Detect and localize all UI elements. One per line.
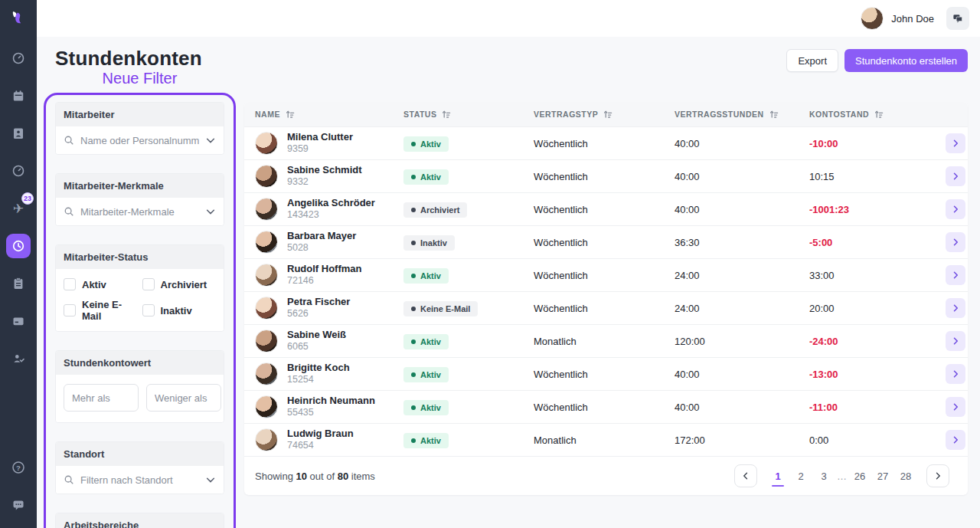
checkbox-inaktiv[interactable]: Inaktiv — [142, 299, 217, 322]
payroll-card-icon[interactable] — [6, 309, 31, 333]
status-label: Aktiv — [420, 172, 441, 182]
filter-section-status: Mitarbeiter-Status Aktiv Archiviert Kein… — [55, 244, 224, 332]
employee-name: Heinrich Neumann — [287, 395, 375, 407]
feedback-chat-icon[interactable] — [6, 493, 31, 517]
page-button-2[interactable]: 2 — [789, 464, 812, 487]
table-row[interactable]: Rudolf Hoffman72146AktivWöchentlich24:00… — [244, 259, 968, 292]
status-cell: Inaktiv — [403, 234, 534, 251]
row-detail-button[interactable] — [946, 199, 965, 219]
employee-id: 9332 — [287, 176, 362, 189]
employee-name-wrap: Rudolf Hoffman72146 — [287, 263, 361, 287]
mehr-als-input[interactable] — [64, 384, 139, 412]
help-icon[interactable]: ? — [6, 455, 31, 480]
row-actions — [946, 331, 965, 351]
employee-cell: Angelika Schröder143423 — [255, 197, 403, 221]
table-row[interactable]: Heinrich Neumann55435AktivWöchentlich40:… — [244, 391, 968, 424]
sort-icon[interactable] — [874, 110, 884, 119]
mitarbeiter-search-input[interactable]: Name oder Personalnummer — [56, 126, 224, 154]
chevron-right-icon — [933, 471, 942, 480]
checkbox-box[interactable] — [64, 304, 76, 316]
messages-button[interactable] — [946, 7, 969, 30]
user-check-icon[interactable] — [6, 346, 31, 371]
next-page-button[interactable] — [926, 464, 949, 487]
calendar-icon[interactable] — [6, 84, 31, 108]
row-detail-button[interactable] — [946, 232, 965, 252]
vertragstyp-cell: Wöchentlich — [534, 402, 675, 413]
checkbox-box[interactable] — [142, 304, 155, 316]
table-row[interactable]: Milena Clutter9359AktivWöchentlich40:00-… — [244, 127, 968, 160]
filter-section-stundenkontowert: Stundenkontowert — [55, 350, 224, 423]
page-button-28[interactable]: 28 — [894, 464, 917, 487]
user-avatar[interactable] — [861, 7, 884, 30]
table-row[interactable]: Ludwig Braun74654AktivMonatlich172:000:0… — [244, 424, 968, 457]
table-row[interactable]: Sabine Schmidt9332AktivWöchentlich40:001… — [244, 160, 968, 193]
sort-icon[interactable] — [769, 110, 779, 119]
page-title: Stundenkonten — [55, 47, 202, 71]
employee-badge-icon[interactable] — [6, 121, 31, 146]
sort-icon[interactable] — [286, 110, 295, 119]
status-cell: Archiviert — [403, 202, 534, 218]
time-gauge-icon[interactable] — [6, 159, 31, 183]
employee-id: 74654 — [287, 440, 354, 452]
absence-count-badge: 23 — [21, 192, 34, 205]
status-dot — [411, 142, 416, 146]
status-dot — [411, 339, 416, 344]
checkbox-box[interactable] — [64, 278, 76, 290]
page-button-27[interactable]: 27 — [871, 464, 894, 487]
export-button[interactable]: Export — [786, 49, 838, 72]
checkbox-aktiv[interactable]: Aktiv — [64, 278, 138, 290]
merkmale-search-input[interactable]: Mitarbeiter-Merkmale — [56, 198, 224, 225]
status-badge: Aktiv — [403, 268, 449, 284]
status-badge: Inaktiv — [403, 235, 455, 251]
chevron-down-icon — [205, 206, 216, 217]
kontostand-cell: 0:00 — [809, 435, 946, 446]
page-button-26[interactable]: 26 — [848, 464, 871, 487]
table-row[interactable]: Sabine Weiß6065AktivMonatlich120:00-24:0… — [244, 325, 968, 358]
employee-id: 55435 — [287, 407, 375, 419]
table-row[interactable]: Angelika Schröder143423ArchiviertWöchent… — [244, 193, 968, 226]
page-button-3[interactable]: 3 — [812, 464, 835, 487]
row-detail-button[interactable] — [946, 166, 965, 186]
create-stundenkonto-button[interactable]: Stundenkonto erstellen — [844, 49, 968, 72]
row-detail-button[interactable] — [946, 430, 965, 450]
row-detail-button[interactable] — [946, 265, 965, 285]
employee-name: Sabine Weiß — [287, 329, 346, 341]
checkbox-archiviert[interactable]: Archiviert — [142, 278, 217, 290]
sort-icon[interactable] — [603, 110, 612, 119]
employee-cell: Barbara Mayer5028 — [255, 230, 403, 254]
employee-name: Sabine Schmidt — [287, 164, 362, 176]
main-content: Stundenkonten Export Stundenkonto erstel… — [37, 37, 980, 528]
table-row[interactable]: Barbara Mayer5028InaktivWöchentlich36:30… — [244, 226, 968, 259]
employee-id: 72146 — [287, 275, 361, 287]
row-detail-button[interactable] — [946, 331, 965, 351]
row-detail-button[interactable] — [946, 133, 965, 153]
status-dot — [411, 438, 416, 443]
row-detail-button[interactable] — [946, 397, 965, 417]
row-detail-button[interactable] — [946, 298, 965, 318]
reports-clipboard-icon[interactable] — [6, 271, 31, 296]
hour-accounts-clock-icon[interactable] — [6, 234, 31, 258]
sort-icon[interactable] — [442, 110, 451, 119]
dashboard-gauge-icon[interactable] — [6, 46, 31, 71]
weniger-als-input[interactable] — [146, 384, 221, 412]
brand-logo-icon[interactable] — [8, 9, 28, 29]
status-label: Inaktiv — [420, 238, 447, 248]
page-button-1[interactable]: 1 — [766, 464, 789, 487]
row-detail-button[interactable] — [946, 364, 965, 384]
checkbox-box[interactable] — [142, 278, 155, 290]
vertragsstunden-cell: 24:00 — [675, 270, 809, 281]
filter-panel-annotation-outline: Mitarbeiter Name oder Personalnummer Mit… — [44, 93, 236, 528]
employee-name-wrap: Barbara Mayer5028 — [287, 230, 356, 254]
table-row[interactable]: Petra Fischer5626Keine E-MailWöchentlich… — [244, 292, 968, 325]
vertragsstunden-cell: 120:00 — [675, 336, 809, 347]
prev-page-button[interactable] — [734, 464, 757, 487]
standort-search-input[interactable]: Filtern nach Standort — [56, 466, 224, 494]
status-dot — [411, 405, 416, 410]
table-row[interactable]: Brigitte Koch15254AktivWöchentlich40:00-… — [244, 358, 968, 391]
vertragstyp-cell: Wöchentlich — [534, 303, 675, 314]
vertragsstunden-cell: 172:00 — [675, 435, 809, 446]
employee-cell: Ludwig Braun74654 — [255, 428, 403, 452]
kontostand-cell: -1001:23 — [809, 204, 946, 215]
checkbox-keine-email[interactable]: Keine E-Mail — [64, 299, 138, 322]
absence-plane-icon[interactable]: ✈ 23 — [6, 196, 31, 221]
